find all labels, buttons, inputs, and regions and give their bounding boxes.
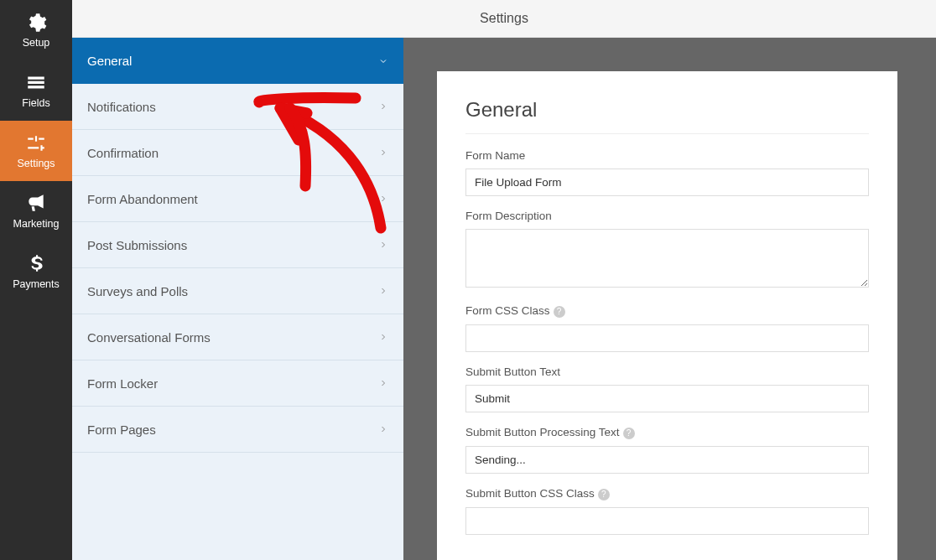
section-divider (465, 133, 869, 134)
form-card: General Form Name Form Description Form … (437, 71, 897, 560)
content-row: General Notifications Confirmation Form … (72, 38, 936, 560)
submit-processing-input[interactable] (465, 446, 869, 474)
panel-label: Confirmation (87, 146, 159, 160)
panel-form-locker[interactable]: Form Locker (72, 360, 403, 407)
dollar-icon (25, 253, 47, 275)
list-icon (25, 72, 47, 94)
form-name-group: Form Name (465, 149, 869, 196)
submit-processing-group: Submit Button Processing Text? (465, 426, 869, 474)
help-icon[interactable]: ? (623, 428, 635, 439)
panel-form-pages[interactable]: Form Pages (72, 407, 403, 453)
submit-text-label: Submit Button Text (465, 366, 869, 378)
form-name-input[interactable] (465, 169, 869, 196)
form-area: General Form Name Form Description Form … (403, 38, 936, 560)
form-description-group: Form Description (465, 210, 869, 291)
panel-confirmation[interactable]: Confirmation (72, 130, 403, 176)
panel-label: Notifications (87, 100, 156, 114)
chevron-right-icon (378, 194, 388, 204)
nav-label: Marketing (13, 218, 60, 230)
chevron-right-icon (378, 101, 388, 111)
form-description-input[interactable] (465, 229, 869, 288)
nav-settings[interactable]: Settings (0, 121, 72, 181)
panel-label: Form Pages (87, 423, 156, 437)
chevron-right-icon (378, 240, 388, 250)
form-section-title: General (465, 98, 869, 122)
nav-fields[interactable]: Fields (0, 60, 72, 121)
top-bar: Settings (72, 0, 936, 38)
submit-text-input[interactable] (465, 385, 869, 412)
nav-marketing[interactable]: Marketing (0, 181, 72, 241)
submit-processing-label: Submit Button Processing Text? (465, 426, 869, 439)
panel-label: Form Abandonment (87, 192, 198, 206)
form-css-input[interactable] (465, 324, 869, 352)
panel-surveys-polls[interactable]: Surveys and Polls (72, 268, 403, 314)
nav-payments[interactable]: Payments (0, 241, 72, 302)
submit-css-label: Submit Button CSS Class? (465, 487, 869, 500)
panel-form-abandonment[interactable]: Form Abandonment (72, 176, 403, 222)
page-title: Settings (480, 11, 528, 26)
submit-css-group: Submit Button CSS Class? (465, 487, 869, 535)
nav-label: Fields (22, 97, 49, 109)
main-area: Settings General Notifications Confirmat… (72, 0, 936, 560)
panel-post-submissions[interactable]: Post Submissions (72, 222, 403, 268)
chevron-right-icon (378, 424, 388, 434)
nav-label: Setup (23, 37, 50, 49)
form-name-label: Form Name (465, 149, 869, 162)
nav-label: Settings (17, 158, 55, 169)
help-icon[interactable]: ? (598, 489, 610, 500)
form-css-label: Form CSS Class? (465, 304, 869, 318)
nav-setup[interactable]: Setup (0, 0, 72, 60)
panel-label: Conversational Forms (87, 330, 211, 345)
chevron-right-icon (378, 378, 388, 388)
submit-text-group: Submit Button Text (465, 366, 869, 412)
form-description-label: Form Description (465, 210, 869, 222)
chevron-right-icon (378, 286, 388, 296)
panel-label: General (87, 54, 132, 68)
chevron-right-icon (378, 148, 388, 158)
chevron-right-icon (378, 332, 388, 342)
panel-general[interactable]: General (72, 38, 403, 84)
sliders-icon (25, 132, 47, 154)
panel-label: Post Submissions (87, 238, 187, 252)
chevron-down-icon (378, 56, 388, 66)
panel-label: Surveys and Polls (87, 284, 188, 298)
settings-panel: General Notifications Confirmation Form … (72, 38, 403, 560)
nav-label: Payments (13, 278, 60, 290)
panel-notifications[interactable]: Notifications (72, 84, 403, 130)
submit-css-input[interactable] (465, 507, 869, 535)
form-css-group: Form CSS Class? (465, 304, 869, 352)
panel-conversational-forms[interactable]: Conversational Forms (72, 314, 403, 360)
help-icon[interactable]: ? (554, 306, 565, 318)
gear-icon (25, 12, 47, 34)
panel-label: Form Locker (87, 376, 158, 391)
left-sidebar: Setup Fields Settings Marketing Payments (0, 0, 72, 560)
bullhorn-icon (25, 193, 47, 215)
